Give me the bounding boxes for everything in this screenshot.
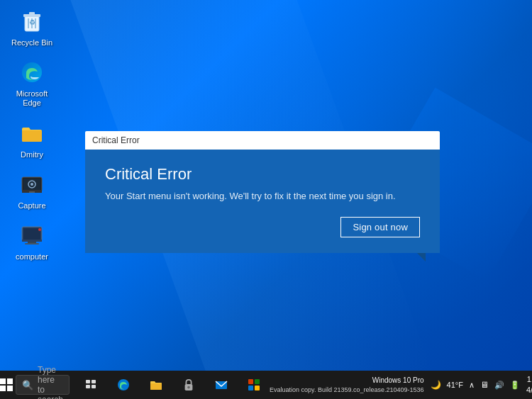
folder-image [18,119,46,147]
dialog-title-bar: Critical Error [85,131,440,150]
svg-point-13 [31,183,33,186]
system-tray: Windows 10 Pro Evaluation copy. Build 21… [270,371,532,399]
computer-svg [19,223,45,248]
capture-svg [19,172,45,197]
recycle-bin-image: ♻ [18,7,46,35]
taskbar-mail-icon [214,378,228,392]
dialog-message: Your Start menu isn't working. We'll try… [105,191,420,201]
desktop: ♻ Recycle Bin [0,0,532,399]
taskbar-explorer-icon [149,378,163,392]
svg-rect-29 [255,379,260,384]
temperature-display: 41°F [445,381,465,389]
edge-svg [19,60,45,85]
tray-os-info: Windows 10 Pro Evaluation copy. Build 21… [270,375,424,395]
svg-rect-18 [25,243,39,245]
taskbar-search-icon: 🔍 [22,380,33,390]
build-info-text: Evaluation copy. Build 21359.co_release.… [270,386,424,395]
svg-point-7 [22,62,42,82]
microsoft-edge-icon[interactable]: Microsoft Edge [7,58,57,108]
taskbar-explorer-button[interactable] [140,371,172,399]
recycle-bin-icon[interactable]: ♻ Recycle Bin [7,7,57,47]
dialog-title-text: Critical Error [92,135,140,145]
chevron-up-icon[interactable]: ∧ [467,381,477,390]
taskbar-search-bar[interactable]: 🔍 Type here to search [16,375,70,395]
svg-rect-16 [22,240,42,242]
dialog-heading: Critical Error [105,165,420,184]
svg-rect-30 [248,386,253,390]
volume-icon[interactable]: 🔊 [492,381,506,390]
tray-time: 11:09 PM [527,374,532,385]
svg-rect-11 [29,191,35,193]
svg-rect-22 [86,385,90,388]
capture-image [18,170,46,198]
taskbar-security-button[interactable] [173,371,204,399]
edge-label: Microsoft Edge [7,89,57,108]
svg-rect-20 [86,380,90,383]
taskbar-mail-button[interactable] [206,371,237,399]
svg-rect-31 [255,386,260,390]
taskbar-edge-icon [116,378,131,392]
svg-rect-21 [92,380,96,383]
critical-error-dialog: Critical Error Critical Error Your Start… [85,131,440,253]
svg-text:♻: ♻ [29,18,35,26]
desktop-icons: ♻ Recycle Bin [7,7,57,262]
tray-date: 4/15/2021 [526,385,532,395]
computer-image [18,221,46,249]
network-icon[interactable]: 🖥 [478,380,491,390]
svg-point-19 [38,228,41,231]
taskbar-center-icons [75,371,270,399]
start-button[interactable] [0,371,13,399]
capture-icon[interactable]: Capture [7,170,57,210]
svg-rect-2 [29,12,35,15]
dmitry-label: Dmitry [21,150,43,159]
task-view-icon [85,379,96,390]
taskbar-security-icon [182,378,195,391]
svg-rect-17 [28,242,36,243]
svg-rect-23 [92,385,96,388]
taskbar-edge-button[interactable] [108,371,139,399]
dialog-body: Critical Error Your Start menu isn't wor… [85,150,440,253]
tray-icons-group: 🌙 41°F ∧ 🖥 🔊 🔋 [428,380,522,390]
taskbar-office-button[interactable] [238,371,270,399]
svg-rect-15 [23,228,40,240]
svg-rect-28 [248,379,253,384]
svg-point-26 [187,386,190,389]
edge-image [18,58,46,86]
taskbar-office-icon [247,378,261,392]
svg-point-24 [118,379,129,390]
computer-label: computer [16,252,48,262]
battery-icon[interactable]: 🔋 [508,381,522,390]
folder-svg [19,120,45,146]
night-mode-icon[interactable]: 🌙 [428,380,443,390]
tray-clock[interactable]: 11:09 PM 4/15/2021 [522,374,532,396]
dialog-actions: Sign out now [105,217,420,237]
recycle-bin-svg: ♻ [19,9,45,34]
capture-label: Capture [18,201,45,210]
computer-icon[interactable]: computer [7,221,57,262]
dmitry-folder-icon[interactable]: Dmitry [7,119,57,159]
taskbar: 🔍 Type here to search [0,371,532,399]
windows-logo-icon [0,378,13,391]
os-name-text: Windows 10 Pro [372,375,424,386]
sign-out-button[interactable]: Sign out now [340,217,420,237]
taskbar-search-text: Type here to search [38,365,63,399]
task-view-button[interactable] [75,371,106,399]
recycle-bin-label: Recycle Bin [11,38,52,47]
